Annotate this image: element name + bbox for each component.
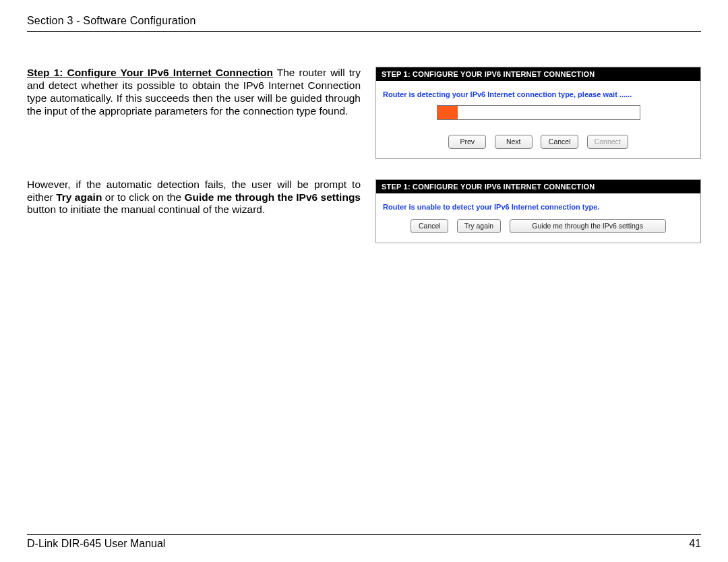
left-column: Step 1: Configure Your IPv6 Internet Con… <box>27 67 361 263</box>
progress-bar <box>437 105 640 120</box>
para2-tail: button to initiate the manual continual … <box>27 204 265 215</box>
wizard1-header: STEP 1: CONFIGURE YOUR IPV6 INTERNET CON… <box>376 67 700 81</box>
cancel-button[interactable]: Cancel <box>541 135 578 149</box>
wizard1-status-text: Router is detecting your IPv6 Internet c… <box>383 90 694 98</box>
try-again-button[interactable]: Try again <box>457 219 501 233</box>
guide-me-button[interactable]: Guide me through the IPv6 settings <box>510 219 666 233</box>
wizard2-status-text: Router is unable to detect your IPv6 Int… <box>383 203 694 211</box>
content-area: Step 1: Configure Your IPv6 Internet Con… <box>27 67 701 263</box>
wizard-failed-box: STEP 1: CONFIGURE YOUR IPV6 INTERNET CON… <box>375 179 701 243</box>
page-footer: D-Link DIR-645 User Manual 41 <box>27 534 701 550</box>
para2-bold-guide: Guide me through the IPv6 settings <box>184 191 361 203</box>
right-column: STEP 1: CONFIGURE YOUR IPV6 INTERNET CON… <box>375 67 701 263</box>
wizard2-header: STEP 1: CONFIGURE YOUR IPV6 INTERNET CON… <box>376 180 700 193</box>
para2-mid: or to click on the <box>102 191 184 203</box>
paragraph-1: Step 1: Configure Your IPv6 Internet Con… <box>27 67 361 118</box>
next-button[interactable]: Next <box>495 135 533 149</box>
cancel-button-2[interactable]: Cancel <box>411 219 448 233</box>
step1-title: Step 1: Configure Your IPv6 Internet Con… <box>27 67 273 78</box>
section-header: Section 3 - Software Configuration <box>27 15 701 32</box>
connect-button[interactable]: Connect <box>587 135 628 149</box>
wizard-detecting-box: STEP 1: CONFIGURE YOUR IPV6 INTERNET CON… <box>375 67 701 159</box>
paragraph-2: However, if the automatic detection fail… <box>27 179 361 217</box>
footer-manual-title: D-Link DIR-645 User Manual <box>27 538 165 550</box>
footer-page-number: 41 <box>689 538 701 550</box>
wizard1-button-row: Prev Next Cancel Connect <box>383 133 694 152</box>
wizard2-button-row: Cancel Try again Guide me through the IP… <box>383 218 694 236</box>
wizard2-body: Router is unable to detect your IPv6 Int… <box>376 193 700 243</box>
progress-bar-fill <box>437 106 458 119</box>
wizard1-body: Router is detecting your IPv6 Internet c… <box>376 81 700 158</box>
prev-button[interactable]: Prev <box>448 135 486 149</box>
para2-bold-tryagain: Try again <box>56 191 102 203</box>
